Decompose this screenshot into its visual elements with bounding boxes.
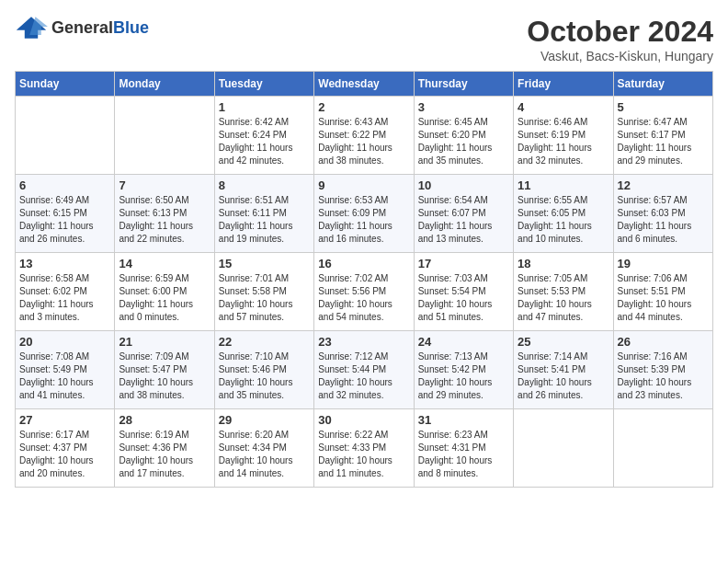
calendar-cell: 17Sunrise: 7:03 AMSunset: 5:54 PMDayligh… <box>414 253 513 331</box>
calendar-cell: 3Sunrise: 6:45 AMSunset: 6:20 PMDaylight… <box>414 97 513 175</box>
weekday-header: Monday <box>115 72 214 97</box>
day-info: Sunrise: 6:58 AMSunset: 6:02 PMDaylight:… <box>19 272 110 324</box>
day-info: Sunrise: 6:46 AMSunset: 6:19 PMDaylight:… <box>518 116 609 167</box>
calendar-cell: 12Sunrise: 6:57 AMSunset: 6:03 PMDayligh… <box>613 175 712 253</box>
day-number: 10 <box>418 178 509 192</box>
calendar-cell: 28Sunrise: 6:19 AMSunset: 4:36 PMDayligh… <box>115 409 214 488</box>
day-number: 13 <box>19 257 110 270</box>
calendar-cell: 22Sunrise: 7:10 AMSunset: 5:46 PMDayligh… <box>214 331 313 409</box>
logo-general: General <box>51 18 113 37</box>
day-info: Sunrise: 6:20 AMSunset: 4:34 PMDaylight:… <box>219 429 310 480</box>
day-number: 17 <box>418 257 509 270</box>
weekday-header: Saturday <box>613 72 712 97</box>
calendar-cell: 21Sunrise: 7:09 AMSunset: 5:47 PMDayligh… <box>115 331 214 409</box>
day-number: 30 <box>318 413 409 427</box>
day-info: Sunrise: 6:19 AMSunset: 4:36 PMDaylight:… <box>119 429 210 480</box>
weekday-header: Tuesday <box>214 72 313 97</box>
calendar-cell: 14Sunrise: 6:59 AMSunset: 6:00 PMDayligh… <box>115 253 214 331</box>
month-title: October 2024 <box>527 15 713 49</box>
day-info: Sunrise: 6:17 AMSunset: 4:37 PMDaylight:… <box>19 429 110 480</box>
day-number: 22 <box>219 335 310 349</box>
day-info: Sunrise: 7:16 AMSunset: 5:39 PMDaylight:… <box>618 350 709 402</box>
day-number: 31 <box>418 413 509 427</box>
weekday-header: Wednesday <box>314 72 414 97</box>
day-info: Sunrise: 6:45 AMSunset: 6:20 PMDaylight:… <box>418 116 509 167</box>
day-info: Sunrise: 7:05 AMSunset: 5:53 PMDaylight:… <box>518 272 609 324</box>
logo: GeneralBlue <box>15 15 149 40</box>
title-section: October 2024 Vaskut, Bacs-Kiskun, Hungar… <box>527 15 713 63</box>
calendar-week-row: 6Sunrise: 6:49 AMSunset: 6:15 PMDaylight… <box>16 175 713 253</box>
day-info: Sunrise: 6:55 AMSunset: 6:05 PMDaylight:… <box>518 194 609 246</box>
page-header: GeneralBlue October 2024 Vaskut, Bacs-Ki… <box>15 15 713 63</box>
calendar-cell: 7Sunrise: 6:50 AMSunset: 6:13 PMDaylight… <box>115 175 214 253</box>
calendar-week-row: 20Sunrise: 7:08 AMSunset: 5:49 PMDayligh… <box>16 331 713 409</box>
day-info: Sunrise: 6:59 AMSunset: 6:00 PMDaylight:… <box>119 272 210 324</box>
calendar-cell: 31Sunrise: 6:23 AMSunset: 4:31 PMDayligh… <box>414 409 513 488</box>
day-number: 12 <box>618 178 709 192</box>
day-info: Sunrise: 7:14 AMSunset: 5:41 PMDaylight:… <box>518 350 609 402</box>
day-number: 11 <box>518 178 609 192</box>
location: Vaskut, Bacs-Kiskun, Hungary <box>527 49 713 63</box>
day-number: 27 <box>19 413 110 427</box>
day-number: 6 <box>19 178 110 192</box>
day-info: Sunrise: 7:09 AMSunset: 5:47 PMDaylight:… <box>119 350 210 402</box>
calendar-cell <box>514 409 613 488</box>
day-info: Sunrise: 6:57 AMSunset: 6:03 PMDaylight:… <box>618 194 709 246</box>
calendar-cell: 13Sunrise: 6:58 AMSunset: 6:02 PMDayligh… <box>16 253 115 331</box>
calendar-header-row: SundayMondayTuesdayWednesdayThursdayFrid… <box>16 72 713 97</box>
calendar-cell: 1Sunrise: 6:42 AMSunset: 6:24 PMDaylight… <box>214 97 313 175</box>
day-info: Sunrise: 7:10 AMSunset: 5:46 PMDaylight:… <box>219 350 310 402</box>
calendar-cell: 4Sunrise: 6:46 AMSunset: 6:19 PMDaylight… <box>514 97 613 175</box>
logo-blue: Blue <box>113 18 149 37</box>
day-info: Sunrise: 6:50 AMSunset: 6:13 PMDaylight:… <box>119 194 210 246</box>
calendar-cell: 8Sunrise: 6:51 AMSunset: 6:11 PMDaylight… <box>214 175 313 253</box>
day-info: Sunrise: 7:12 AMSunset: 5:44 PMDaylight:… <box>318 350 409 402</box>
day-info: Sunrise: 7:13 AMSunset: 5:42 PMDaylight:… <box>418 350 509 402</box>
day-number: 15 <box>219 257 310 270</box>
calendar-cell: 29Sunrise: 6:20 AMSunset: 4:34 PMDayligh… <box>214 409 313 488</box>
day-number: 8 <box>219 178 310 192</box>
day-info: Sunrise: 6:22 AMSunset: 4:33 PMDaylight:… <box>318 429 409 480</box>
calendar-cell <box>16 97 115 175</box>
calendar-cell: 19Sunrise: 7:06 AMSunset: 5:51 PMDayligh… <box>613 253 712 331</box>
day-number: 3 <box>418 100 509 114</box>
day-info: Sunrise: 7:08 AMSunset: 5:49 PMDaylight:… <box>19 350 110 402</box>
day-number: 28 <box>119 413 210 427</box>
day-info: Sunrise: 6:23 AMSunset: 4:31 PMDaylight:… <box>418 429 509 480</box>
calendar-cell: 9Sunrise: 6:53 AMSunset: 6:09 PMDaylight… <box>314 175 414 253</box>
day-number: 26 <box>618 335 709 349</box>
day-number: 20 <box>19 335 110 349</box>
calendar-week-row: 27Sunrise: 6:17 AMSunset: 4:37 PMDayligh… <box>16 409 713 488</box>
weekday-header: Thursday <box>414 72 513 97</box>
calendar-cell: 25Sunrise: 7:14 AMSunset: 5:41 PMDayligh… <box>514 331 613 409</box>
day-number: 18 <box>518 257 609 270</box>
day-number: 4 <box>518 100 609 114</box>
calendar-table: SundayMondayTuesdayWednesdayThursdayFrid… <box>15 71 713 488</box>
day-info: Sunrise: 6:42 AMSunset: 6:24 PMDaylight:… <box>219 116 310 167</box>
day-number: 5 <box>618 100 709 114</box>
day-info: Sunrise: 6:51 AMSunset: 6:11 PMDaylight:… <box>219 194 310 246</box>
day-info: Sunrise: 7:01 AMSunset: 5:58 PMDaylight:… <box>219 272 310 324</box>
day-info: Sunrise: 7:02 AMSunset: 5:56 PMDaylight:… <box>318 272 409 324</box>
day-number: 19 <box>618 257 709 270</box>
calendar-cell: 5Sunrise: 6:47 AMSunset: 6:17 PMDaylight… <box>613 97 712 175</box>
logo-icon <box>15 15 48 40</box>
calendar-cell: 27Sunrise: 6:17 AMSunset: 4:37 PMDayligh… <box>16 409 115 488</box>
weekday-header: Sunday <box>16 72 115 97</box>
calendar-cell: 15Sunrise: 7:01 AMSunset: 5:58 PMDayligh… <box>214 253 313 331</box>
day-number: 7 <box>119 178 210 192</box>
calendar-cell <box>613 409 712 488</box>
weekday-header: Friday <box>514 72 613 97</box>
day-number: 1 <box>219 100 310 114</box>
calendar-cell: 6Sunrise: 6:49 AMSunset: 6:15 PMDaylight… <box>16 175 115 253</box>
day-number: 24 <box>418 335 509 349</box>
calendar-cell: 10Sunrise: 6:54 AMSunset: 6:07 PMDayligh… <box>414 175 513 253</box>
calendar-cell: 24Sunrise: 7:13 AMSunset: 5:42 PMDayligh… <box>414 331 513 409</box>
day-number: 2 <box>318 100 409 114</box>
calendar-cell: 20Sunrise: 7:08 AMSunset: 5:49 PMDayligh… <box>16 331 115 409</box>
day-number: 21 <box>119 335 210 349</box>
day-number: 14 <box>119 257 210 270</box>
calendar-cell: 16Sunrise: 7:02 AMSunset: 5:56 PMDayligh… <box>314 253 414 331</box>
calendar-cell: 18Sunrise: 7:05 AMSunset: 5:53 PMDayligh… <box>514 253 613 331</box>
day-info: Sunrise: 7:06 AMSunset: 5:51 PMDaylight:… <box>618 272 709 324</box>
